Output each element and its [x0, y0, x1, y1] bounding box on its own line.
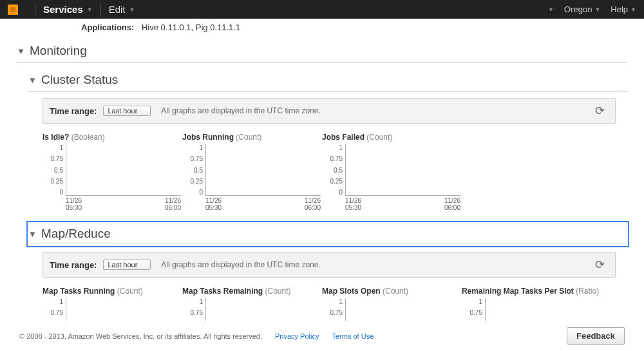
copyright: © 2008 - 2013, Amazon Web Services, Inc.…	[19, 332, 262, 340]
services-label: Services	[43, 4, 83, 15]
help-menu[interactable]: Help ▼	[611, 5, 636, 14]
chart[interactable]: Jobs Failed (Count)10.750.50.25011/26 05…	[322, 130, 460, 211]
feedback-button[interactable]: Feedback	[567, 327, 625, 345]
chart-xaxis: 11/26 05:3011/26 06:00	[345, 197, 460, 209]
section-title: Map/Reduce	[41, 227, 111, 241]
applications-label: Applications:	[81, 23, 134, 32]
chart-yaxis: 10.750.50.250	[43, 144, 66, 196]
edit-menu[interactable]: Edit ▼	[109, 4, 135, 15]
terms-link[interactable]: Terms of Use	[332, 332, 374, 340]
ytick: 1	[199, 298, 203, 305]
caret-down-icon: ▼	[548, 6, 554, 13]
xtick: 11/26 05:30	[345, 197, 361, 209]
chart-yaxis: 10.750.50.250	[322, 144, 345, 196]
section-monitoring[interactable]: ▼ Monitoring	[17, 40, 627, 62]
caret-down-icon: ▼	[87, 6, 93, 13]
ytick: 0.75	[470, 309, 482, 316]
region-menu[interactable]: Oregon ▼	[564, 5, 600, 14]
footer: © 2008 - 2013, Amazon Web Services, Inc.…	[0, 321, 644, 351]
caret-down-icon: ▼	[594, 6, 600, 13]
ytick: 0.25	[330, 178, 343, 185]
chart-yaxis: 10.750.50.250	[182, 144, 205, 196]
applications-row: Applications: Hive 0.11.0.1, Pig 0.11.1.…	[17, 19, 627, 40]
xtick: 11/26 06:00	[165, 197, 181, 209]
xtick: 11/26 05:30	[66, 197, 82, 209]
utc-note: All graphs are displayed in the UTC time…	[161, 260, 320, 269]
ytick: 0.25	[51, 178, 63, 185]
ytick: 0.25	[191, 178, 203, 185]
ytick: 1	[199, 144, 203, 151]
edit-label: Edit	[109, 4, 126, 15]
applications-value: Hive 0.11.0.1, Pig 0.11.1.1	[142, 23, 240, 32]
account-menu[interactable]: ▼	[544, 6, 554, 13]
section-title: Cluster Status	[41, 73, 118, 87]
ytick: 0	[199, 189, 203, 196]
ytick: 0.75	[191, 309, 203, 316]
ytick: 1	[59, 144, 63, 151]
utc-note: All graphs are displayed in the UTC time…	[161, 106, 320, 115]
chart[interactable]: Jobs Running (Count)10.750.50.25011/26 0…	[182, 130, 321, 211]
chart[interactable]: Is Idle? (Boolean)10.750.50.25011/26 05:…	[43, 130, 181, 211]
chart-body: 10.750.50.25011/26 05:3011/26 06:00	[322, 144, 460, 209]
refresh-icon: ⟳	[595, 104, 605, 117]
chart-title: Is Idle? (Boolean)	[43, 133, 181, 142]
refresh-icon: ⟳	[595, 258, 605, 271]
ytick: 0.5	[334, 167, 343, 174]
chart-plot	[66, 144, 181, 196]
ytick: 0.5	[54, 167, 63, 174]
region-label: Oregon	[564, 5, 592, 14]
chart-xaxis: 11/26 05:3011/26 06:00	[205, 197, 321, 209]
section-title: Monitoring	[30, 44, 87, 58]
ytick: 0	[339, 189, 343, 196]
chart-title: Map Tasks Running (Count)	[43, 287, 181, 296]
refresh-button[interactable]: ⟳	[591, 256, 609, 273]
chart-body: 10.750.50.25011/26 05:3011/26 06:00	[182, 144, 321, 209]
xtick: 11/26 05:30	[205, 197, 222, 209]
collapse-icon: ▼	[28, 75, 36, 85]
ytick: 0.75	[51, 155, 63, 162]
nav-divider	[35, 4, 35, 15]
chart-title: Jobs Running (Count)	[182, 133, 321, 142]
help-label: Help	[611, 5, 628, 14]
chart-title: Map Tasks Remaining (Count)	[182, 287, 321, 296]
chart-title: Map Slots Open (Count)	[322, 287, 460, 296]
ytick: 0	[59, 189, 63, 196]
top-nav: Services ▼ Edit ▼ ▼ Oregon ▼ Help ▼	[0, 0, 644, 19]
ytick: 1	[59, 298, 63, 305]
ytick: 0.75	[191, 155, 203, 162]
nav-divider	[100, 4, 101, 15]
collapse-icon: ▼	[28, 229, 36, 239]
privacy-link[interactable]: Privacy Policy	[275, 332, 319, 340]
ytick: 0.75	[51, 309, 63, 316]
timerange-select[interactable]: Last hour	[103, 260, 151, 270]
xtick: 11/26 06:00	[305, 197, 321, 209]
ytick: 1	[339, 144, 343, 151]
refresh-button[interactable]: ⟳	[591, 102, 609, 119]
section-cluster-status[interactable]: ▼ Cluster Status	[28, 69, 627, 91]
ytick: 1	[339, 298, 343, 305]
ytick: 0.75	[330, 155, 343, 162]
collapse-icon: ▼	[17, 46, 24, 56]
chart-plot	[345, 144, 460, 196]
timerange-bar-cluster: Time range: Last hour All graphs are dis…	[43, 98, 616, 124]
cluster-charts-row: Is Idle? (Boolean)10.750.50.25011/26 05:…	[43, 130, 616, 211]
chart-xaxis: 11/26 05:3011/26 06:00	[66, 197, 181, 209]
chart-body: 10.750.50.25011/26 05:3011/26 06:00	[43, 144, 181, 209]
timerange-select[interactable]: Last hour	[103, 106, 151, 116]
caret-down-icon: ▼	[630, 6, 636, 13]
timerange-bar-mapreduce: Time range: Last hour All graphs are dis…	[43, 252, 616, 278]
ytick: 0.75	[330, 309, 343, 316]
timerange-label: Time range:	[50, 106, 97, 116]
aws-logo-icon[interactable]	[8, 5, 18, 15]
section-mapreduce[interactable]: ▼ Map/Reduce	[28, 223, 627, 245]
xtick: 11/26 06:00	[444, 197, 460, 209]
chart-plot	[205, 144, 321, 196]
ytick: 1	[478, 298, 482, 305]
caret-down-icon: ▼	[129, 6, 135, 13]
chart-title: Remaining Map Tasks Per Slot (Ratio)	[462, 287, 600, 296]
timerange-label: Time range:	[50, 260, 97, 270]
ytick: 0.5	[194, 167, 203, 174]
services-menu[interactable]: Services ▼	[43, 4, 93, 15]
chart-title: Jobs Failed (Count)	[322, 133, 460, 142]
